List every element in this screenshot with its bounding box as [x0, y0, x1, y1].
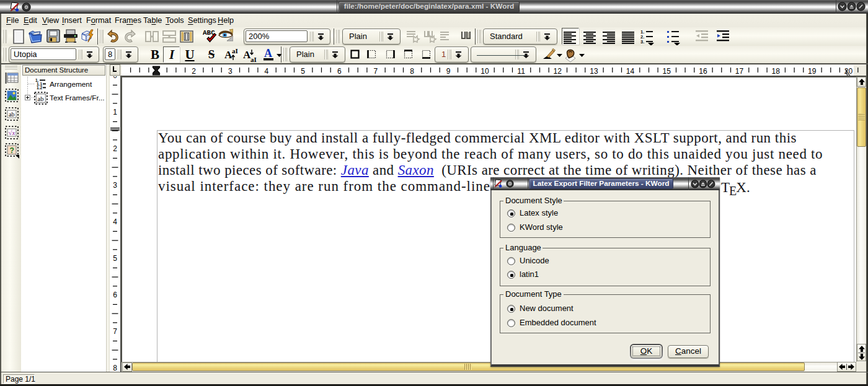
svg-text:17: 17: [735, 67, 744, 76]
svg-text:0: 0: [113, 76, 117, 80]
svg-text:4: 4: [265, 67, 269, 76]
svg-text:18: 18: [772, 67, 781, 76]
svg-text:3: 3: [113, 181, 117, 190]
svg-text:16: 16: [699, 67, 707, 76]
svg-text:6: 6: [113, 291, 117, 299]
svg-text:8: 8: [113, 364, 117, 372]
svg-text:aI: aI: [250, 56, 257, 63]
svg-text:2: 2: [192, 67, 196, 76]
svg-text:9: 9: [446, 67, 451, 76]
svg-text:8: 8: [410, 67, 414, 76]
svg-text:10: 10: [480, 67, 489, 76]
svg-text:5: 5: [113, 254, 117, 263]
svg-text:ab: ab: [9, 111, 14, 118]
svg-text:4: 4: [113, 217, 117, 226]
svg-text:15: 15: [663, 67, 671, 76]
svg-text:19: 19: [808, 67, 817, 76]
svg-text:7: 7: [113, 327, 117, 336]
svg-text:6: 6: [337, 67, 342, 76]
svg-text:?: ?: [10, 146, 14, 155]
svg-text:aI: aI: [232, 47, 238, 55]
svg-text:14: 14: [626, 67, 635, 76]
svg-text:12: 12: [554, 67, 562, 76]
svg-text:1: 1: [113, 108, 117, 116]
svg-text:13: 13: [590, 67, 598, 76]
svg-text:1.2: 1.2: [37, 86, 42, 89]
svg-text:A: A: [264, 47, 272, 59]
svg-text:3: 3: [228, 67, 232, 76]
svg-text:11: 11: [517, 67, 525, 76]
svg-text:5: 5: [301, 67, 305, 76]
svg-text:2: 2: [113, 144, 117, 153]
svg-text:ab: ab: [38, 95, 44, 102]
svg-text:7: 7: [374, 67, 378, 76]
svg-text:√x: √x: [9, 129, 16, 136]
svg-text:3.: 3.: [640, 39, 644, 45]
